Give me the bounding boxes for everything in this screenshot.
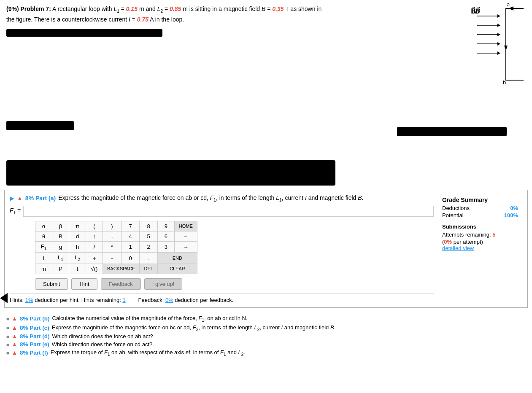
kbd-dash[interactable]: – [174, 231, 197, 241]
kbd-6[interactable]: 6 [157, 231, 174, 241]
kbd-rparen[interactable]: ) [103, 221, 122, 231]
triangle-icon-e: ▲ [12, 341, 17, 347]
feedback-button[interactable]: Feedback [101, 278, 141, 290]
kbd-2[interactable]: 2 [140, 241, 157, 253]
kbd-P[interactable]: P [52, 264, 69, 274]
part-f-row: ■ ▲ 8% Part (f) Express the torque of F1… [6, 349, 526, 357]
redacted-bar-middle [6, 160, 335, 186]
kbd-F1[interactable]: F1 [35, 241, 52, 253]
kbd-theta[interactable]: θ [35, 231, 52, 241]
detailed-view-link[interactable]: detailed view [442, 245, 474, 251]
triangle-icon-d: ▲ [12, 333, 17, 339]
square-icon-f: ■ [6, 350, 9, 355]
kbd-L1[interactable]: L1 [52, 253, 69, 264]
grade-summary-title: Grade Summary [442, 196, 518, 203]
kbd-down[interactable]: ↓ [103, 231, 122, 241]
kbd-pi[interactable]: π [69, 221, 86, 231]
part-b-row: ■ ▲ 8% Part (b) Calculate the numerical … [6, 315, 526, 323]
diagram-svg: B⃗ B⃗ a d b c e f I [389, 0, 524, 122]
kbd-0[interactable]: 0 [121, 253, 140, 264]
hints-text: Hints: 1% deduction per hint. Hints rema… [10, 297, 126, 303]
square-icon-c: ■ [6, 325, 9, 330]
svg-marker-3 [497, 14, 500, 18]
deductions-label: Deductions [442, 205, 470, 211]
hints-remaining-link[interactable]: 1 [122, 297, 125, 303]
part-a-header: ▶ ▲ 8% Part (a) Express the magnitude of… [10, 194, 434, 202]
potential-label: Potential [442, 212, 464, 218]
attempts-text2: (0% per attempt) [442, 239, 518, 245]
kbd-B[interactable]: B [52, 231, 69, 241]
kbd-clear[interactable]: CLEAR [157, 264, 197, 274]
part-b-label[interactable]: 8% Part (b) [20, 315, 50, 322]
kbd-del[interactable]: DEL [140, 264, 157, 274]
triangle-icon-b: ▲ [12, 315, 17, 322]
kbd-row-1: α β π ( ) 7 8 9 HOME [35, 221, 197, 231]
part-f-label[interactable]: 8% Part (f) [20, 350, 48, 356]
part-a-section: ▶ ▲ 8% Part (a) Express the magnitude of… [4, 190, 528, 308]
part-e-label[interactable]: 8% Part (e) [20, 341, 49, 347]
kbd-m[interactable]: m [35, 264, 52, 274]
part-c-desc: Express the magnitude of the magnetic fo… [52, 324, 335, 332]
redacted-bar-1 [6, 29, 162, 37]
kbd-9[interactable]: 9 [157, 221, 174, 231]
svg-text:B⃗: B⃗ [471, 7, 476, 15]
play-icon[interactable]: ▶ [10, 195, 14, 202]
kbd-3[interactable]: 3 [157, 241, 174, 253]
kbd-plus[interactable]: + [86, 253, 103, 264]
submit-button[interactable]: Submit [35, 278, 68, 290]
kbd-lparen[interactable]: ( [86, 221, 103, 231]
kbd-row-4: I L1 L2 + - 0 . END [35, 253, 197, 264]
square-icon-b: ■ [6, 316, 9, 321]
svg-text:a: a [507, 1, 510, 8]
kbd-end[interactable]: END [157, 253, 197, 264]
kbd-d[interactable]: d [69, 231, 86, 241]
feedback-link[interactable]: 0% [165, 297, 173, 303]
kbd-7[interactable]: 7 [121, 221, 140, 231]
keyboard-area: α β π ( ) 7 8 9 HOME θ B d ↑ [35, 221, 434, 274]
kbd-backspace[interactable]: BACKSPACE [103, 264, 140, 274]
kbd-row-5: m P t √() BACKSPACE DEL CLEAR [35, 264, 197, 274]
kbd-8[interactable]: 8 [140, 221, 157, 231]
keyboard-grid: α β π ( ) 7 8 9 HOME θ B d ↑ [35, 221, 197, 274]
answer-input[interactable] [23, 206, 434, 217]
part-d-row: ■ ▲ 8% Part (d) Which direction does the… [6, 333, 526, 339]
kbd-alpha[interactable]: α [35, 221, 52, 231]
kbd-4[interactable]: 4 [121, 231, 140, 241]
kbd-minus[interactable]: - [103, 253, 122, 264]
feedback-text: Feedback: 0% deduction per feedback. [138, 297, 234, 303]
kbd-h[interactable]: h [69, 241, 86, 253]
kbd-row-2: θ B d ↑ ↓ 4 5 6 – [35, 231, 197, 241]
kbd-t[interactable]: t [69, 264, 86, 274]
part-d-desc: Which direction does the force on ab act… [52, 333, 153, 339]
hint-button[interactable]: Hint [71, 278, 97, 290]
kbd-L2[interactable]: L2 [69, 253, 86, 264]
hints-link[interactable]: 1% [25, 297, 33, 303]
kbd-slash[interactable]: / [86, 241, 103, 253]
kbd-I[interactable]: I [35, 253, 52, 264]
nav-arrow-left[interactable] [0, 293, 8, 303]
kbd-home[interactable]: HOME [174, 221, 197, 231]
svg-marker-5 [497, 24, 500, 27]
part-a-label: 8% Part (a) [25, 195, 56, 202]
kbd-sqrt[interactable]: √() [86, 264, 103, 274]
svg-marker-7 [497, 33, 500, 36]
kbd-beta[interactable]: β [52, 221, 69, 231]
submissions-title: Submissions [442, 223, 518, 230]
hints-row: Hints: 1% deduction per hint. Hints rema… [10, 293, 434, 303]
kbd-1[interactable]: 1 [121, 241, 140, 253]
kbd-dot[interactable]: . [140, 253, 157, 264]
left-panel: ▶ ▲ 8% Part (a) Express the magnitude of… [10, 194, 434, 303]
kbd-g[interactable]: g [52, 241, 69, 253]
kbd-star[interactable]: * [103, 241, 122, 253]
potential-row: Potential 100% [442, 212, 518, 218]
attempts-value: 5 [492, 231, 495, 238]
kbd-up[interactable]: ↑ [86, 231, 103, 241]
svg-text:b: b [503, 79, 506, 86]
part-c-label[interactable]: 8% Part (c) [20, 325, 49, 331]
part-d-label[interactable]: 8% Part (d) [20, 333, 50, 339]
part-a-description: Express the magnitude of the magnetic fo… [58, 194, 363, 202]
giveup-button[interactable]: I give up! [144, 278, 183, 290]
kbd-5[interactable]: 5 [140, 231, 157, 241]
svg-rect-12 [506, 8, 524, 80]
kbd-arrow-right[interactable]: → [174, 241, 197, 253]
